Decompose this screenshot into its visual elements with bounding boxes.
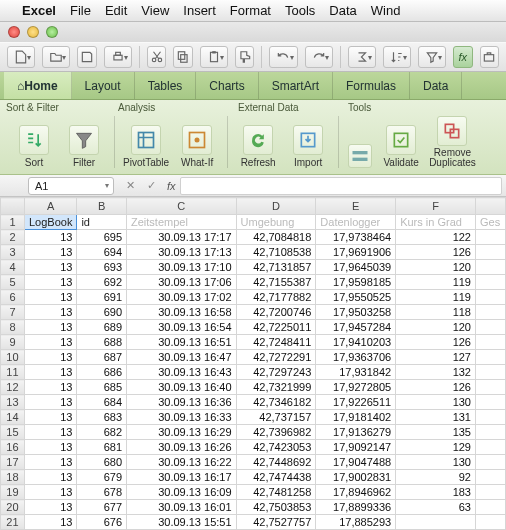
cell[interactable]: 678 [77, 485, 127, 500]
cell[interactable] [475, 425, 505, 440]
cell[interactable]: 17,9410203 [316, 335, 396, 350]
cell[interactable] [475, 365, 505, 380]
cell[interactable]: 688 [77, 335, 127, 350]
row-header[interactable]: 21 [1, 515, 25, 530]
fx-toggle-button[interactable]: fx [453, 46, 472, 68]
cell[interactable]: 42,7084818 [236, 230, 316, 245]
cell[interactable]: 689 [77, 320, 127, 335]
cell[interactable]: 42,7527757 [236, 515, 316, 530]
cell[interactable]: 30.09.13 16:26 [127, 440, 237, 455]
cell[interactable]: 17,885293 [316, 515, 396, 530]
cell[interactable] [475, 485, 505, 500]
cell[interactable] [475, 320, 505, 335]
cell[interactable]: 676 [77, 515, 127, 530]
menu-format[interactable]: Format [230, 3, 271, 18]
cell[interactable]: 687 [77, 350, 127, 365]
cell[interactable]: 13 [24, 245, 76, 260]
cell[interactable]: 42,7503853 [236, 500, 316, 515]
close-window-icon[interactable] [8, 26, 20, 38]
cell[interactable]: 42,7177882 [236, 290, 316, 305]
cell[interactable]: 30.09.13 17:02 [127, 290, 237, 305]
select-all-corner[interactable] [1, 198, 25, 215]
cell[interactable] [475, 440, 505, 455]
menu-insert[interactable]: Insert [183, 3, 216, 18]
format-painter-button[interactable] [235, 46, 254, 68]
cell[interactable] [475, 305, 505, 320]
row-header[interactable]: 20 [1, 500, 25, 515]
cell[interactable] [475, 245, 505, 260]
cell[interactable]: 42,7423053 [236, 440, 316, 455]
cell[interactable] [475, 275, 505, 290]
menu-view[interactable]: View [141, 3, 169, 18]
cell[interactable] [396, 515, 476, 530]
cell[interactable]: 690 [77, 305, 127, 320]
cell[interactable]: 30.09.13 16:29 [127, 425, 237, 440]
copy-button[interactable] [173, 46, 192, 68]
cell[interactable]: 13 [24, 395, 76, 410]
cell[interactable] [475, 410, 505, 425]
cut-button[interactable] [147, 46, 166, 68]
cell[interactable] [475, 455, 505, 470]
cell[interactable]: 694 [77, 245, 127, 260]
cell[interactable]: 30.09.13 16:47 [127, 350, 237, 365]
cell[interactable]: 131 [396, 410, 476, 425]
tab-smartart[interactable]: SmartArt [259, 72, 333, 99]
cell[interactable]: 42,7297243 [236, 365, 316, 380]
cell[interactable]: 122 [396, 230, 476, 245]
cell[interactable]: 682 [77, 425, 127, 440]
cell[interactable]: 17,8899336 [316, 500, 396, 515]
cell[interactable]: 680 [77, 455, 127, 470]
menu-data[interactable]: Data [329, 3, 356, 18]
row-header[interactable]: 9 [1, 335, 25, 350]
row-header[interactable]: 18 [1, 470, 25, 485]
cell[interactable]: 42,7272291 [236, 350, 316, 365]
cell[interactable]: 13 [24, 320, 76, 335]
cell[interactable]: LogBook [24, 215, 76, 230]
cell[interactable]: 13 [24, 380, 76, 395]
cell[interactable]: 686 [77, 365, 127, 380]
cell[interactable]: 30.09.13 16:40 [127, 380, 237, 395]
cell[interactable]: 17,9181402 [316, 410, 396, 425]
cell[interactable]: 17,9598185 [316, 275, 396, 290]
cell[interactable]: 13 [24, 365, 76, 380]
cell[interactable]: 42,7396982 [236, 425, 316, 440]
cell[interactable]: 17,9002831 [316, 470, 396, 485]
tab-layout[interactable]: Layout [72, 72, 135, 99]
cell[interactable]: 30.09.13 16:43 [127, 365, 237, 380]
cell[interactable]: 120 [396, 320, 476, 335]
filter-button[interactable]: Filter [62, 116, 106, 168]
menu-tools[interactable]: Tools [285, 3, 315, 18]
cell[interactable]: 135 [396, 425, 476, 440]
cell[interactable]: Zeitstempel [127, 215, 237, 230]
cell[interactable]: 13 [24, 230, 76, 245]
cell[interactable]: 30.09.13 16:51 [127, 335, 237, 350]
filter-toggle-button[interactable] [418, 46, 446, 68]
cell[interactable]: 30.09.13 16:01 [127, 500, 237, 515]
cell[interactable]: 42,7474438 [236, 470, 316, 485]
cell[interactable]: 30.09.13 16:33 [127, 410, 237, 425]
sort-az-button[interactable] [383, 46, 411, 68]
cell[interactable] [475, 350, 505, 365]
refresh-button[interactable]: Refresh [236, 116, 280, 168]
cell[interactable]: 127 [396, 350, 476, 365]
new-doc-button[interactable] [7, 46, 35, 68]
menu-edit[interactable]: Edit [105, 3, 127, 18]
paste-button[interactable] [200, 46, 228, 68]
pivottable-button[interactable]: PivotTable [123, 116, 169, 168]
sort-button[interactable]: Sort [12, 116, 56, 168]
cell[interactable]: 17,9136279 [316, 425, 396, 440]
cell[interactable]: 685 [77, 380, 127, 395]
cell[interactable]: 30.09.13 17:10 [127, 260, 237, 275]
row-header[interactable]: 2 [1, 230, 25, 245]
col-header-D[interactable]: D [236, 198, 316, 215]
cell[interactable]: 17,9226511 [316, 395, 396, 410]
cell[interactable]: 30.09.13 17:17 [127, 230, 237, 245]
cell[interactable]: 13 [24, 440, 76, 455]
cell[interactable]: 119 [396, 275, 476, 290]
row-header[interactable]: 6 [1, 290, 25, 305]
cell[interactable]: 684 [77, 395, 127, 410]
row-header[interactable]: 13 [1, 395, 25, 410]
cell[interactable]: 17,9738464 [316, 230, 396, 245]
cell[interactable] [475, 395, 505, 410]
cell[interactable]: 681 [77, 440, 127, 455]
